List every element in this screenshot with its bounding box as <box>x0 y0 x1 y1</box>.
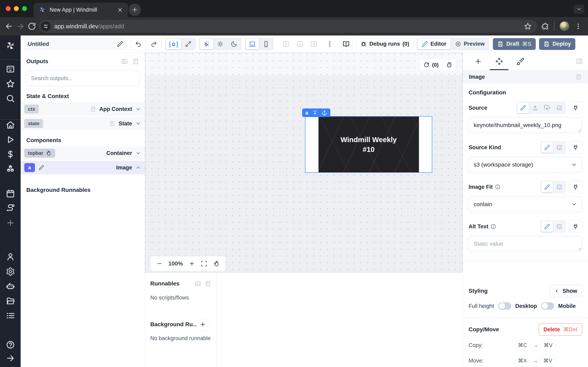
topbar-chip[interactable]: topbar <box>24 149 55 158</box>
rename-pencil-icon[interactable] <box>117 41 123 47</box>
info-icon[interactable] <box>495 184 501 190</box>
preview-tab[interactable]: Preview <box>451 39 489 49</box>
search-outputs-input[interactable] <box>26 71 139 86</box>
editor-tab[interactable]: Editor <box>418 39 450 49</box>
ctx-chip[interactable]: ctx <box>24 105 39 114</box>
panel-right-icon[interactable] <box>310 40 318 48</box>
run-history-button[interactable] <box>442 59 456 71</box>
fit-view-icon[interactable] <box>201 260 207 267</box>
sidebar-item-home[interactable] <box>6 120 15 130</box>
eval-mode-button[interactable]: f <box>553 221 565 232</box>
sidebar-expand-icon[interactable] <box>6 354 15 363</box>
zoom-out-icon[interactable] <box>156 261 163 267</box>
sidebar-item-favorites[interactable] <box>6 79 15 89</box>
panel-left-icon[interactable] <box>282 40 290 48</box>
static-mode-button[interactable] <box>541 221 553 232</box>
output-row-ctx[interactable]: ctx App Context <box>21 102 145 116</box>
sidebar-item-search[interactable] <box>6 94 15 103</box>
forward-button[interactable] <box>16 22 25 31</box>
collapse-right-panel-icon[interactable] <box>576 58 583 65</box>
desktop-view-button[interactable] <box>246 39 259 49</box>
eval-mode-button[interactable]: f <box>553 103 565 113</box>
window-minimize-button[interactable] <box>14 6 19 11</box>
window-zoom-button[interactable] <box>22 6 27 11</box>
center-align-button[interactable]: |o| <box>166 39 181 49</box>
add-background-runnable-button[interactable] <box>197 318 209 330</box>
tab-close-icon[interactable] <box>117 7 123 13</box>
eval-mode-button[interactable]: f <box>553 142 565 153</box>
chevron-down-icon[interactable] <box>135 106 141 112</box>
redo-button[interactable] <box>146 38 162 50</box>
tab-styling[interactable] <box>510 53 531 70</box>
connect-source-kind-button[interactable] <box>569 141 582 154</box>
eval-mode-button[interactable]: f <box>553 182 565 192</box>
connect-image-fit-button[interactable] <box>569 181 582 193</box>
chevron-down-icon[interactable] <box>135 121 141 126</box>
source-kind-select[interactable]: s3 (workspace storage) <box>468 157 582 173</box>
profile-avatar[interactable] <box>559 21 570 32</box>
source-input[interactable]: keynote/thumbnail_weekly_10.png <box>468 117 582 133</box>
alt-text-input[interactable]: Static value <box>468 236 582 252</box>
chevron-down-icon[interactable] <box>135 150 141 156</box>
output-row-state[interactable]: state State <box>21 117 145 130</box>
sidebar-item-schedules[interactable] <box>6 189 15 198</box>
a-chip[interactable]: a <box>24 163 35 172</box>
state-chip[interactable]: state <box>24 119 43 128</box>
bookmark-star-icon[interactable] <box>524 22 532 30</box>
zoom-in-icon[interactable] <box>189 261 195 267</box>
reload-button[interactable] <box>27 22 36 31</box>
image-component[interactable]: Windmill Weekly #10 <box>305 116 432 173</box>
chevron-up-icon[interactable] <box>135 165 141 170</box>
static-mode-button[interactable] <box>517 103 529 113</box>
sidebar-item-workers[interactable] <box>6 282 15 291</box>
theme-light-button[interactable] <box>214 39 227 49</box>
panel-bottom-icon[interactable] <box>296 40 304 48</box>
resize-handle[interactable] <box>577 128 581 132</box>
full-height-mobile-toggle[interactable] <box>541 302 554 310</box>
tab-search-button[interactable] <box>574 4 584 14</box>
docs-button[interactable] <box>339 38 353 50</box>
full-height-desktop-toggle[interactable] <box>498 302 511 310</box>
sidebar-item-folders[interactable] <box>6 296 15 306</box>
sidebar-item-variables[interactable] <box>6 150 15 159</box>
windmill-logo-icon[interactable] <box>5 40 16 52</box>
sidebar-item-account[interactable] <box>6 252 15 261</box>
draft-button[interactable]: Draft ⌘S <box>493 38 536 50</box>
image-fit-select[interactable]: contain <box>468 197 582 212</box>
app-name-field[interactable]: Untitled <box>24 38 127 50</box>
site-settings-icon[interactable] <box>41 21 51 31</box>
window-close-button[interactable] <box>6 6 11 11</box>
component-row-a[interactable]: a Image <box>21 161 145 174</box>
theme-dark-button[interactable] <box>227 39 241 49</box>
delete-component-button[interactable]: Delete ⌘Del <box>539 323 582 336</box>
new-tab-button[interactable] <box>129 4 141 16</box>
app-canvas[interactable]: (0) a Windmill Weekly #10 100% <box>145 53 463 273</box>
deploy-button[interactable]: Deploy <box>539 38 575 50</box>
sidebar-item-logs[interactable] <box>6 311 15 320</box>
upload-mode-button[interactable] <box>529 103 541 113</box>
more-options-icon[interactable] <box>326 41 333 48</box>
tab-component-settings[interactable] <box>489 53 510 70</box>
sidebar-item-add[interactable] <box>6 218 15 227</box>
s3-upload-mode-button[interactable] <box>541 103 553 113</box>
debug-runs-button[interactable]: Debug runs (0) <box>356 38 414 50</box>
sidebar-item-help[interactable] <box>6 340 15 350</box>
doc-icon[interactable] <box>575 74 582 80</box>
browser-tab[interactable]: New App | Windmill <box>34 3 128 17</box>
extensions-icon[interactable] <box>541 22 549 30</box>
static-mode-button[interactable] <box>541 182 553 192</box>
collapse-bottom-icon[interactable] <box>195 280 201 287</box>
expand-canvas-button[interactable] <box>182 39 195 49</box>
static-mode-button[interactable] <box>541 142 553 153</box>
sidebar-item-resources[interactable] <box>6 164 15 174</box>
tab-insert[interactable] <box>468 53 489 70</box>
expand-down-icon[interactable] <box>312 110 318 115</box>
mobile-view-button[interactable] <box>259 39 273 49</box>
pan-hand-icon[interactable] <box>213 260 220 267</box>
component-row-topbar[interactable]: topbar Container <box>21 146 145 160</box>
topbar-container-region[interactable] <box>145 53 462 75</box>
sidebar-item-settings[interactable] <box>6 267 15 276</box>
doc-icon[interactable] <box>132 58 139 65</box>
info-icon[interactable] <box>490 224 496 229</box>
component-id-chip[interactable]: a <box>305 110 308 116</box>
